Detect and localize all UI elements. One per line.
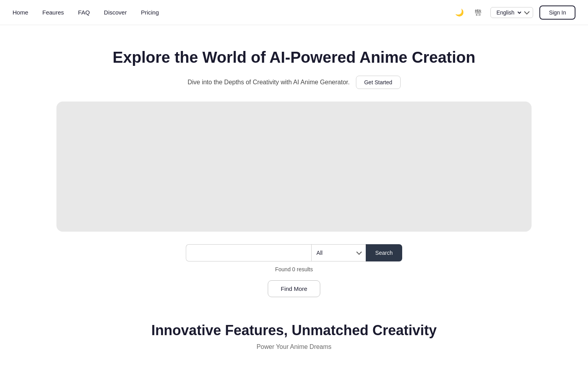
language-selector[interactable]: English 日本語 中文 한국어 Español bbox=[490, 7, 533, 18]
search-button[interactable]: Search bbox=[366, 244, 402, 261]
dark-mode-toggle[interactable]: 🌙 bbox=[453, 6, 466, 19]
hero-subtitle-row: Dive into the Depths of Creativity with … bbox=[13, 76, 575, 89]
nav-links: Home Feaures FAQ Discover Pricing bbox=[13, 9, 159, 16]
banner-image-area bbox=[56, 102, 532, 232]
search-section: All Characters Backgrounds Scenes Search… bbox=[0, 244, 588, 272]
chevron-down-icon bbox=[524, 9, 530, 14]
hero-title: Explore the World of AI-Powered Anime Cr… bbox=[13, 49, 575, 66]
nav-discover[interactable]: Discover bbox=[104, 9, 127, 16]
features-subtitle: Power Your Anime Dreams bbox=[13, 343, 575, 350]
category-dropdown[interactable]: All Characters Backgrounds Scenes bbox=[316, 250, 355, 256]
search-results-text: Found 0 results bbox=[275, 266, 313, 272]
translate-icon: 辔 bbox=[475, 8, 482, 17]
features-title: Innovative Features, Unmatched Creativit… bbox=[13, 322, 575, 339]
category-select-wrapper: All Characters Backgrounds Scenes bbox=[311, 244, 366, 261]
nav-right-controls: 🌙 辔 English 日本語 中文 한국어 Español Sign In bbox=[453, 5, 575, 20]
features-section: Innovative Features, Unmatched Creativit… bbox=[0, 322, 588, 350]
navbar: Home Feaures FAQ Discover Pricing 🌙 辔 En… bbox=[0, 0, 588, 25]
get-started-button[interactable]: Get Started bbox=[356, 76, 401, 89]
search-input[interactable] bbox=[186, 244, 311, 261]
hero-section: Explore the World of AI-Powered Anime Cr… bbox=[0, 25, 588, 89]
nav-home[interactable]: Home bbox=[13, 9, 28, 16]
hero-subtitle: Dive into the Depths of Creativity with … bbox=[187, 79, 350, 86]
translate-button[interactable]: 辔 bbox=[472, 5, 484, 20]
moon-icon: 🌙 bbox=[455, 8, 464, 17]
category-chevron-icon bbox=[356, 249, 362, 255]
search-row: All Characters Backgrounds Scenes Search bbox=[186, 244, 402, 261]
nav-pricing[interactable]: Pricing bbox=[141, 9, 159, 16]
sign-in-button[interactable]: Sign In bbox=[539, 5, 575, 20]
find-more-section: Find More bbox=[0, 280, 588, 297]
nav-faq[interactable]: FAQ bbox=[78, 9, 90, 16]
nav-features[interactable]: Feaures bbox=[42, 9, 64, 16]
language-dropdown[interactable]: English 日本語 中文 한국어 Español bbox=[495, 9, 523, 16]
find-more-button[interactable]: Find More bbox=[268, 280, 320, 297]
